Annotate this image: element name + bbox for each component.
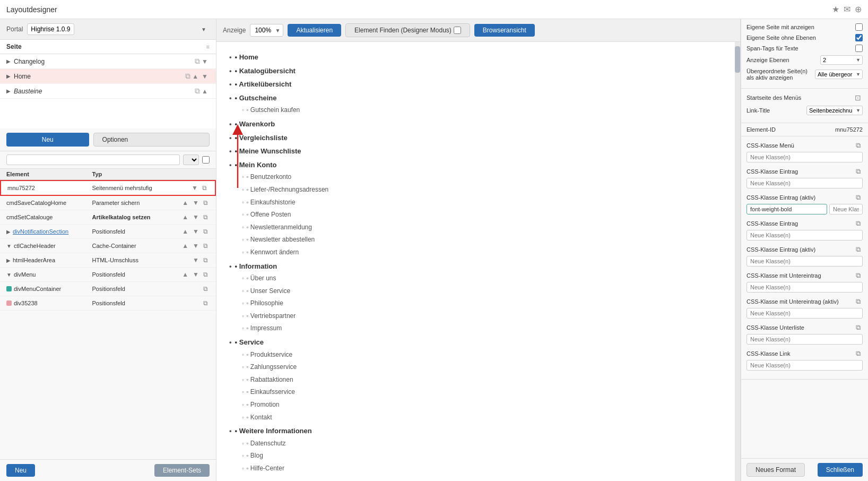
span-tags-checkbox[interactable]: [855, 45, 863, 52]
filter-checkbox[interactable]: [202, 156, 210, 164]
tree-item-changelog[interactable]: ▶ Changelog ⧉ ▼: [0, 54, 216, 69]
element-row-mnu75272[interactable]: mnu75272 Seitenmenü mehrstufig ▼ ⧉: [0, 180, 216, 196]
portal-select[interactable]: Highrise 1.0.9: [27, 23, 74, 35]
center-scrollbar-thumb[interactable]: [735, 46, 740, 73]
el-down-cmdSaveCatalogHome[interactable]: ▼: [191, 199, 201, 207]
css-klasse-eintrag2-input[interactable]: [747, 230, 863, 241]
arrow-down-icon-changelog[interactable]: ▼: [200, 57, 210, 66]
copy-icon-bausteine[interactable]: ⧉: [195, 87, 200, 96]
el-up-ctlCacheHeader[interactable]: ▲: [180, 242, 190, 250]
anzeige-ebenen-label: Anzeige Ebenen: [747, 57, 817, 63]
anzeige-ebenen-select[interactable]: 2: [820, 55, 863, 65]
copy-css-unterliste[interactable]: ⧉: [853, 323, 863, 332]
css-klasse-eintrag-aktiv2-input[interactable]: [747, 256, 863, 267]
el-down-htmlHeaderArea[interactable]: ▼: [191, 256, 201, 264]
el-up-divNotificationSection[interactable]: ▲: [180, 227, 190, 236]
collapse-icon-divMenu[interactable]: ▼: [6, 272, 12, 278]
menu-item-rabatt: ◦ Rabattaktionen: [229, 374, 727, 386]
portal-select-wrapper: Highrise 1.0.9: [27, 23, 210, 35]
arrow-up-icon-home[interactable]: ▲: [190, 72, 200, 81]
element-row-divMenu[interactable]: ▼ divMenu Positionsfeld ▲ ▼ ⧉: [0, 268, 216, 282]
el-up-cmdSetCatalouge[interactable]: ▲: [180, 213, 190, 221]
expand-icon-htmlHeaderArea[interactable]: ▶: [6, 257, 11, 263]
close-icon[interactable]: ⊕: [855, 4, 862, 14]
css-klasse-mit-untereintrag-input[interactable]: [747, 282, 863, 293]
el-copy-divMenuContainer[interactable]: ⧉: [202, 285, 210, 293]
mail-icon[interactable]: ✉: [844, 4, 850, 14]
copy-css-eintrag-aktiv[interactable]: ⧉: [853, 193, 863, 202]
element-row-div35238[interactable]: div35238 Positionsfeld ⧉: [0, 296, 216, 311]
element-row-ctlCacheHeader[interactable]: ▼ ctlCacheHeader Cache-Container ▲ ▼ ⧉: [0, 239, 216, 253]
link-title-select[interactable]: Seitenbezeichnu: [806, 106, 863, 115]
element-row-htmlHeaderArea[interactable]: ▶ htmlHeaderArea HTML-Umschluss ▼ ⧉: [0, 253, 216, 268]
tree-item-bausteine[interactable]: ▶ Bausteine ⧉ ▲: [0, 84, 216, 99]
eigene-seite-mit-checkbox[interactable]: [855, 23, 863, 31]
arrow-up-icon-bausteine[interactable]: ▲: [200, 87, 210, 96]
element-sets-button[interactable]: Element-Sets: [154, 464, 210, 477]
element-finden-button[interactable]: Element Finden (Designer Modus): [345, 23, 470, 37]
menu-item-wunschliste: • Meine Wunschliste: [229, 144, 727, 158]
span-tags-row: Span-Tags für Texte: [747, 45, 863, 52]
filter-input[interactable]: [6, 154, 180, 165]
copy-css-menu[interactable]: ⧉: [853, 141, 863, 150]
el-down-cmdSetCatalouge[interactable]: ▼: [191, 213, 201, 221]
neu-button-bottom[interactable]: Neu: [6, 464, 35, 477]
element-list: mnu75272 Seitenmenü mehrstufig ▼ ⧉ cmdSa…: [0, 180, 216, 459]
el-copy-mnu75272[interactable]: ⧉: [201, 184, 209, 192]
css-klasse-eintrag-aktiv-extra[interactable]: [829, 204, 863, 214]
aktualisieren-button[interactable]: Aktualisieren: [288, 24, 341, 37]
el-copy-cmdSetCatalouge[interactable]: ⧉: [202, 213, 210, 221]
designer-modus-checkbox[interactable]: [454, 27, 461, 34]
center-scrollbar-track[interactable]: [735, 42, 740, 481]
copy-icon-changelog[interactable]: ⧉: [195, 57, 200, 66]
css-klasse-mit-untereintrag-aktiv-input[interactable]: [747, 308, 863, 319]
css-klasse-link-input[interactable]: [747, 360, 863, 371]
copy-css-mit-untereintrag-aktiv[interactable]: ⧉: [853, 297, 863, 306]
el-copy-divMenu[interactable]: ⧉: [202, 270, 210, 279]
el-copy-htmlHeaderArea[interactable]: ⧉: [202, 256, 210, 264]
expand-icon-divNotificationSection[interactable]: ▶: [6, 229, 11, 235]
css-klasse-unterliste-input[interactable]: [747, 334, 863, 345]
el-copy-cmdSaveCatalogHome[interactable]: ⧉: [202, 199, 210, 207]
neu-button-top[interactable]: Neu: [6, 133, 89, 147]
css-klasse-menu-input[interactable]: [747, 152, 863, 162]
copy-css-eintrag2[interactable]: ⧉: [853, 219, 863, 228]
copy-icon-home[interactable]: ⧉: [185, 72, 190, 81]
el-copy-ctlCacheHeader[interactable]: ⧉: [202, 242, 210, 250]
schliessen-button[interactable]: Schließen: [818, 463, 863, 477]
css-klasse-eintrag-group: CSS-Klasse Eintrag ⧉: [747, 167, 863, 188]
el-down-ctlCacheHeader[interactable]: ▼: [191, 242, 201, 250]
copy-css-mit-untereintrag[interactable]: ⧉: [853, 271, 863, 280]
uebergeordnete-label: Übergeordnete Seite(n) als aktiv anzeige…: [747, 68, 812, 81]
star-icon[interactable]: ★: [832, 4, 839, 14]
optionen-button[interactable]: Optionen: [93, 133, 210, 147]
element-row-cmdSaveCatalogHome[interactable]: cmdSaveCatalogHome Parameter sichern ▲ ▼…: [0, 196, 216, 210]
css-klasse-eintrag2-label: CSS-Klasse Eintrag ⧉: [747, 219, 863, 228]
neues-format-button[interactable]: Neues Format: [747, 463, 805, 477]
startseite-btn[interactable]: ⊡: [853, 93, 863, 102]
filter-select[interactable]: [183, 154, 199, 165]
element-row-divNotificationSection[interactable]: ▶ divNotificationSection Positionsfeld ▲…: [0, 225, 216, 239]
display-select[interactable]: 100%: [250, 24, 283, 37]
el-down-divMenu[interactable]: ▼: [191, 270, 201, 279]
tree-item-home[interactable]: ▶ Home ⧉ ▲ ▼: [0, 69, 216, 84]
css-klasse-eintrag-input[interactable]: [747, 178, 863, 188]
el-up-divMenu[interactable]: ▲: [180, 270, 190, 279]
copy-css-eintrag-aktiv2[interactable]: ⧉: [853, 245, 863, 254]
el-copy-div35238[interactable]: ⧉: [202, 299, 210, 307]
browseransicht-button[interactable]: Browseransicht: [474, 24, 535, 37]
arrow-down-icon-home[interactable]: ▼: [200, 72, 210, 81]
el-down-divNotificationSection[interactable]: ▼: [191, 227, 201, 236]
element-row-divMenuContainer[interactable]: divMenuContainer Positionsfeld ⧉: [0, 282, 216, 296]
copy-css-eintrag[interactable]: ⧉: [853, 167, 863, 176]
el-up-cmdSaveCatalogHome[interactable]: ▲: [180, 199, 190, 207]
eigene-seite-ohne-checkbox[interactable]: [855, 34, 863, 41]
portal-toolbar: Changelog Portal Highrise 1.0.9: [0, 19, 216, 40]
uebergeordnete-select[interactable]: Alle übergeor: [815, 70, 863, 79]
collapse-icon-ctlCacheHeader[interactable]: ▼: [6, 243, 12, 249]
copy-css-link[interactable]: ⧉: [853, 349, 863, 358]
element-row-cmdSetCatalouge[interactable]: cmdSetCatalouge Artikelkatalog setzen ▲ …: [0, 210, 216, 225]
el-copy-divNotificationSection[interactable]: ⧉: [202, 227, 210, 236]
css-klasse-eintrag-aktiv-value[interactable]: [747, 204, 827, 214]
el-expand-mnu75272[interactable]: ▼: [190, 184, 199, 192]
